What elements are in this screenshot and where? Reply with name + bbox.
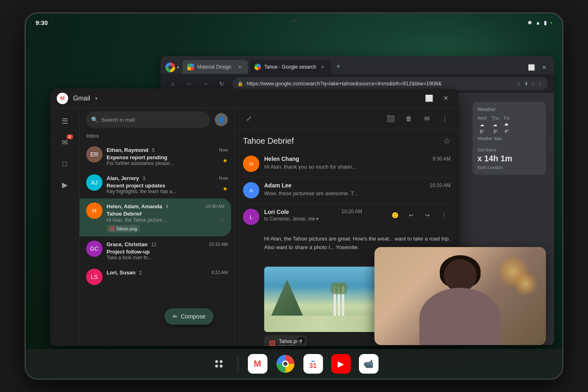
birch-3 bbox=[342, 286, 344, 319]
chrome-window-controls: ⬜ ✕ bbox=[526, 62, 549, 72]
person-body bbox=[419, 288, 501, 345]
compose-button[interactable]: ✏ Compose bbox=[165, 308, 214, 325]
email3-avatar: H bbox=[86, 203, 102, 219]
thread2-sender: Adam Lee bbox=[264, 182, 292, 189]
detail-subject-area: Tahoe Debrief ☆ bbox=[235, 129, 459, 151]
star-bookmark-icon[interactable]: ☆ bbox=[517, 81, 521, 87]
youtube-icon: ▶ bbox=[338, 359, 344, 369]
weather-widget: Weather Wed ☁ 8° Thu ☁ 3° bbox=[472, 102, 546, 146]
gmail-maximize[interactable]: ⬜ bbox=[423, 92, 436, 105]
tab-material-design[interactable]: Material Design ✕ bbox=[183, 60, 248, 74]
tablet-shell: 9:30 ✱ ▲ ▮ ● ▾ Materia bbox=[24, 12, 564, 380]
weather-data-label: Weather data bbox=[477, 136, 541, 141]
menu-dots-icon[interactable]: ⋮ bbox=[538, 81, 543, 87]
wed-label: Wed bbox=[477, 116, 486, 120]
nav-refresh[interactable]: ↻ bbox=[216, 78, 227, 89]
status-icons: ✱ ▲ ▮ ● bbox=[528, 20, 552, 26]
thread3-emoji[interactable]: 🙂 bbox=[388, 209, 401, 222]
email2-time: Now bbox=[219, 176, 228, 180]
battery-icon: ▮ bbox=[544, 20, 547, 26]
attachment-file-icon: 🖼 bbox=[269, 340, 276, 346]
download-icon[interactable]: ⬇ bbox=[524, 81, 528, 87]
thread3-forward[interactable]: ↪ bbox=[421, 209, 434, 222]
thread3-more[interactable]: ⋮ bbox=[437, 209, 450, 222]
user-avatar[interactable]: 👤 bbox=[215, 113, 228, 126]
get-there-time: x 14h 1m bbox=[477, 154, 541, 163]
email-item-2[interactable]: AJ Alan, Jerrery 3 Now bbox=[80, 170, 234, 198]
dock-chrome[interactable] bbox=[276, 354, 295, 374]
detail-expand[interactable]: ⤢ bbox=[241, 111, 256, 126]
nav-forward[interactable]: → bbox=[200, 78, 211, 89]
email3-star[interactable]: ☆ bbox=[219, 217, 225, 223]
detail-mark-unread[interactable]: ✉ bbox=[419, 111, 434, 126]
dot2 bbox=[220, 360, 223, 363]
lock-icon: 🔒 bbox=[237, 81, 243, 87]
detail-archive[interactable]: ⬛ bbox=[383, 111, 398, 126]
email1-count: 5 bbox=[152, 147, 155, 153]
extension-icon[interactable]: □ bbox=[532, 81, 535, 87]
thread3-header: L Lori Cole to Cameron, Jesse, me ▾ 10:2… bbox=[243, 209, 450, 225]
email3-attachment-chip[interactable]: 🖼 Tahoe.png bbox=[107, 225, 140, 232]
gmail-list-header: 🔍 Search in mail 👤 bbox=[80, 108, 234, 131]
content-area: ▾ Material Design ✕ Tahoe - Google sesar… bbox=[26, 31, 562, 349]
search-bar[interactable]: 🔍 Search in mail bbox=[86, 111, 210, 128]
chrome-dropdown[interactable]: ▾ bbox=[177, 65, 179, 70]
email-item-4[interactable]: GC Grace, Christian 12 10:32 AM Project … bbox=[80, 236, 234, 265]
tab2-close[interactable]: ✕ bbox=[319, 64, 326, 70]
thread-item-1[interactable]: H Helen Chang 9:30 AM Hi Alan, thank you… bbox=[243, 151, 450, 177]
thread1-avatar: H bbox=[243, 156, 259, 172]
nav-back[interactable]: ← bbox=[183, 78, 195, 89]
dot3 bbox=[215, 365, 218, 368]
fri-temp: 4° bbox=[505, 129, 509, 134]
dock-gmail[interactable]: M bbox=[248, 354, 267, 374]
thread3-reply[interactable]: ↩ bbox=[405, 209, 418, 222]
sidebar-chat[interactable]: □ bbox=[55, 154, 75, 174]
gmail-close[interactable]: ✕ bbox=[439, 92, 452, 105]
email3-time: 10:40 AM bbox=[206, 204, 225, 209]
search-placeholder: Search in mail bbox=[101, 117, 135, 123]
dock-meet[interactable]: 📹 bbox=[359, 354, 379, 374]
gmail-dropdown-icon[interactable]: ▾ bbox=[95, 96, 98, 101]
tab1-close[interactable]: ✕ bbox=[236, 64, 243, 70]
email3-subject: Tahoe Debrief bbox=[107, 211, 225, 217]
thread3-to[interactable]: to Cameron, Jesse, me ▾ bbox=[264, 216, 318, 222]
dot1 bbox=[215, 360, 218, 363]
all-apps-button[interactable] bbox=[210, 355, 228, 373]
email3-sender: Helen, Adam, Amanda bbox=[107, 203, 162, 209]
sidebar-video[interactable]: ▶ bbox=[55, 175, 75, 195]
email2-star[interactable]: ★ bbox=[223, 185, 228, 192]
email1-time: Now bbox=[219, 147, 228, 152]
attachment-close[interactable]: ✕ bbox=[297, 337, 305, 345]
email1-content: Ethan, Raymond 5 Now Expense report pend… bbox=[107, 146, 228, 166]
new-tab-button[interactable]: + bbox=[332, 61, 344, 72]
nav-home[interactable]: ⌂ bbox=[167, 78, 178, 89]
tab2-title: Tahoe - Google sesarch bbox=[264, 64, 316, 70]
chrome-close[interactable]: ✕ bbox=[539, 62, 549, 72]
email2-avatar: AJ bbox=[86, 174, 102, 191]
sidebar-menu[interactable]: ☰ bbox=[55, 111, 75, 131]
tahoe-photo-bg bbox=[264, 267, 379, 332]
thu-label: Thu bbox=[491, 116, 499, 120]
detail-more[interactable]: ⋮ bbox=[437, 111, 452, 126]
email1-star[interactable]: ★ bbox=[223, 157, 228, 164]
gmail-window-controls: ⬜ ✕ bbox=[423, 92, 452, 105]
chrome-logo[interactable] bbox=[165, 62, 175, 72]
sidebar-mail[interactable]: ✉ 2 bbox=[55, 133, 75, 152]
email2-subject: Recent project updates bbox=[107, 183, 176, 189]
thread-item-2[interactable]: A Adam Lee 10:10 AM Wow, these picturese… bbox=[243, 177, 450, 204]
chrome-maximize[interactable]: ⬜ bbox=[526, 62, 536, 72]
detail-delete[interactable]: 🗑 bbox=[401, 111, 416, 126]
chat-icon: □ bbox=[62, 160, 67, 168]
weather-day-fri: Fri 🌧 4° bbox=[504, 116, 509, 134]
tab-tahoe-search[interactable]: Tahoe - Google sesarch ✕ bbox=[249, 60, 331, 74]
status-time: 9:30 bbox=[36, 19, 48, 26]
email-item-1[interactable]: ER Ethan, Raymond 5 Now bbox=[80, 142, 234, 170]
email-item-5[interactable]: LS Lori, Susan 2 8:22 AM bbox=[80, 265, 234, 289]
detail-star[interactable]: ☆ bbox=[443, 136, 450, 146]
email-item-3-active[interactable]: H Helen, Adam, Amanda 4 10:40 AM Tahoe D… bbox=[80, 198, 231, 236]
meet-icon: 📹 bbox=[363, 359, 374, 369]
address-bar-input[interactable]: 🔒 https://www.google.com/search?q=lake+t… bbox=[232, 77, 548, 90]
dock-calendar[interactable]: ▬ 31 bbox=[303, 354, 323, 374]
gmail-icon: M bbox=[254, 359, 261, 369]
dock-youtube[interactable]: ▶ bbox=[331, 354, 351, 374]
